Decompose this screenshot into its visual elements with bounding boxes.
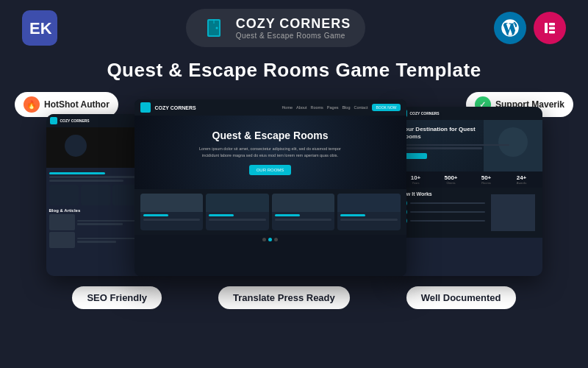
mobile-line-3 [49, 180, 124, 182]
top-bar: EK COZY CORNERS Quest & Escape Rooms Gam… [0, 0, 588, 56]
desktop-card-img-1 [140, 194, 204, 212]
tablet-hero-text: Your Destination for Quest Rooms [395, 120, 542, 165]
brand-text: COZY CORNERS Quest & Escape Rooms Game [236, 16, 351, 40]
hero-title: Quest & Escape Rooms [212, 130, 329, 141]
elementor-logo [534, 12, 566, 44]
desktop-card-3 [272, 194, 335, 230]
tablet-stat-4: 24+ Awards [506, 174, 538, 185]
tablet-hero-title: Your Destination for Quest Rooms [401, 126, 537, 141]
mobile-line-1 [49, 172, 105, 174]
hotshot-author-label: HotShot Author [44, 99, 110, 110]
brand-center: COZY CORNERS Quest & Escape Rooms Game [186, 9, 366, 47]
hotshot-icon: 🔥 [24, 96, 40, 113]
translate-label: Translate Press Ready [233, 292, 335, 303]
brand-title: COZY CORNERS [236, 16, 351, 32]
nav-contact: Contact [354, 105, 368, 110]
mobile-nav: COZY CORNERS [46, 114, 146, 127]
book-now-btn[interactable]: BOOK NOW [372, 104, 400, 111]
svg-rect-7 [549, 23, 555, 26]
svg-point-12 [70, 132, 96, 159]
bottom-badges: SEO Friendly Translate Press Ready Well … [0, 276, 588, 309]
main-title: Quest & Escape Rooms Game Template [0, 59, 588, 82]
tablet-preview: COZY CORNERS Your Destination for Quest … [395, 107, 542, 276]
mobile-preview: COZY CORNERS [46, 114, 146, 276]
svg-rect-9 [549, 31, 555, 34]
our-rooms-btn[interactable]: OUR ROOMS [249, 165, 292, 175]
mobile-content: Blog & Articles [46, 168, 146, 252]
tablet-how-it-works: How It Works [395, 188, 542, 238]
desktop-hero: Quest & Escape Rooms Lorem ipsum dolor s… [135, 116, 406, 189]
dot-1 [262, 238, 266, 241]
mobile-brand: COZY CORNERS [60, 118, 90, 123]
desktop-nav: COZY CORNERS Home About Rooms Pages Blog… [135, 99, 406, 116]
tablet-step-3 [400, 217, 485, 224]
svg-point-3 [215, 27, 218, 29]
carousel-dots [135, 235, 406, 244]
tablet-side-image [491, 194, 535, 231]
mobile-article-img-1 [49, 214, 75, 230]
desktop-card-img-2 [206, 194, 269, 212]
svg-rect-8 [549, 27, 555, 30]
how-it-works-title: How It Works [400, 191, 485, 197]
translate-press-badge: Translate Press Ready [218, 286, 350, 309]
desktop-nav-brand: COZY CORNERS [155, 105, 196, 110]
tablet-step-2 [400, 208, 485, 216]
mobile-section-title: Blog & Articles [49, 208, 143, 213]
documented-label: Well Documented [421, 292, 501, 303]
svg-rect-11 [46, 127, 146, 168]
nav-pages: Pages [327, 105, 339, 110]
mobile-article-lines-1 [77, 214, 143, 230]
hotshot-author-badge: 🔥 HotShot Author [15, 92, 118, 117]
desktop-card-img-3 [272, 194, 335, 212]
hero-subtitle: Lorem ipsum dolor sit amet, consectetur … [197, 146, 344, 159]
seo-friendly-badge: SEO Friendly [72, 286, 162, 309]
svg-rect-10 [46, 127, 146, 168]
mobile-article-2 [49, 232, 143, 248]
mobile-article-img-2 [49, 232, 75, 248]
dot-3 [274, 238, 278, 241]
seo-label: SEO Friendly [87, 292, 147, 303]
mobile-line-2 [49, 176, 143, 178]
well-documented-badge: Well Documented [406, 286, 516, 309]
door-icon [201, 15, 227, 41]
tablet-nav-brand: COZY CORNERS [410, 111, 440, 116]
desktop-card-2 [206, 194, 269, 230]
desktop-preview: COZY CORNERS Home About Rooms Pages Blog… [135, 99, 406, 276]
ek-logo: EK [22, 10, 57, 46]
brand-subtitle: Quest & Escape Rooms Game [236, 32, 351, 40]
dot-2-active [268, 238, 272, 241]
svg-rect-4 [213, 19, 215, 24]
nav-blog: Blog [342, 105, 350, 110]
tablet-stats: 10+ Years 500+ Clients 50+ Rooms 24+ Awa… [395, 171, 542, 188]
mobile-card-2 [81, 185, 110, 205]
svg-rect-13 [54, 135, 94, 160]
wordpress-logo [494, 12, 526, 44]
mobile-logo [50, 117, 57, 124]
mobile-card-1 [49, 185, 79, 205]
platform-logos [494, 12, 566, 44]
svg-rect-17 [491, 194, 535, 231]
desktop-nav-logo [140, 102, 151, 113]
tablet-stat-2: 500+ Clients [435, 174, 467, 185]
tablet-hero: Your Destination for Quest Rooms [395, 120, 542, 171]
content-area: 🔥 HotShot Author ✓ Support Maverik COZY … [0, 92, 588, 276]
tablet-nav: COZY CORNERS [395, 107, 542, 120]
tablet-stat-3: 50+ Rooms [470, 174, 503, 185]
mobile-cards [49, 185, 143, 205]
tablet-step-1 [400, 199, 485, 207]
nav-rooms: Rooms [310, 105, 323, 110]
desktop-cards [135, 189, 406, 235]
desktop-card-1 [140, 194, 204, 230]
nav-home: Home [282, 105, 293, 110]
svg-text:EK: EK [29, 19, 51, 38]
screens-wrapper: COZY CORNERS [15, 92, 573, 276]
svg-rect-6 [545, 23, 548, 33]
nav-about: About [296, 105, 306, 110]
mobile-article-lines-2 [77, 232, 143, 248]
desktop-nav-links: Home About Rooms Pages Blog Contact [282, 105, 368, 110]
desktop-card-4 [337, 194, 401, 230]
desktop-card-img-4 [337, 194, 401, 212]
mobile-article-1 [49, 214, 143, 230]
mobile-hero-image [46, 127, 146, 168]
